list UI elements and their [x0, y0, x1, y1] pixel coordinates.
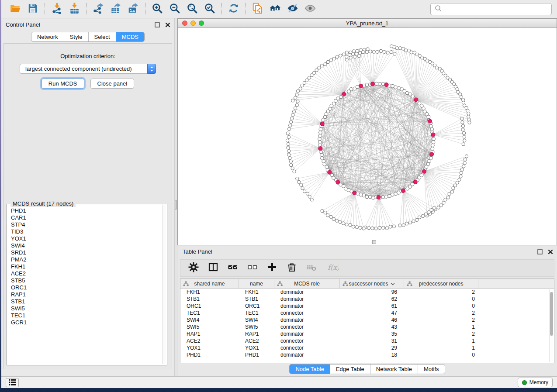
zoom-out-icon: [169, 3, 180, 16]
zoom-in-button[interactable]: [149, 2, 166, 17]
save-session-button[interactable]: [24, 2, 42, 17]
import-network-button[interactable]: [48, 2, 66, 17]
table-row[interactable]: ORC1ORC1dominator610: [180, 303, 554, 309]
zoom-fit-button[interactable]: [183, 2, 201, 17]
column-header-shared-name[interactable]: shared name: [180, 279, 239, 288]
table-row[interactable]: STB1STB1dominator620: [180, 296, 554, 303]
table-row[interactable]: FKH1FKH1dominator962: [180, 289, 554, 296]
tab-edge-table[interactable]: Edge Table: [330, 364, 370, 374]
toolbar-separator: [86, 3, 86, 15]
search-box[interactable]: [430, 3, 552, 15]
show-all-button[interactable]: [301, 2, 319, 17]
column-header-predecessor-nodes[interactable]: predecessor nodes: [404, 279, 478, 288]
mcds-result-item[interactable]: STB5: [11, 277, 162, 284]
search-input[interactable]: [444, 6, 548, 12]
mcds-result-item[interactable]: TID3: [11, 228, 162, 235]
cell-predecessor-nodes: 0: [404, 352, 478, 358]
tab-network[interactable]: Network: [31, 32, 64, 41]
close-window-icon[interactable]: [182, 21, 187, 26]
task-history-button[interactable]: [6, 378, 19, 387]
table-row[interactable]: SWI4SWI4dominator462: [180, 316, 554, 323]
float-panel-icon[interactable]: [154, 21, 160, 28]
table-row[interactable]: PHD1PHD1dominator180: [180, 351, 554, 358]
mcds-result-item[interactable]: TEC1: [11, 312, 162, 319]
mcds-result-item[interactable]: YOX1: [11, 235, 162, 242]
mcds-result-item[interactable]: PMA2: [11, 256, 162, 263]
close-panel-button[interactable]: Close panel: [90, 79, 135, 89]
mcds-result-item[interactable]: STB1: [11, 298, 162, 305]
export-image-button[interactable]: [125, 2, 142, 17]
column-header-successor-nodes[interactable]: successor nodes: [340, 279, 404, 288]
mcds-result-item[interactable]: SRD1: [11, 249, 162, 256]
split-view-button[interactable]: [208, 262, 218, 274]
canvas-resize-handle-icon[interactable]: [372, 240, 376, 244]
mcds-node: [401, 189, 405, 193]
network-titlebar[interactable]: YPA_prune.txt_1: [178, 19, 557, 28]
toolbar-separator: [246, 3, 246, 15]
add-column-button[interactable]: [267, 262, 277, 274]
first-neighbors-button[interactable]: [266, 2, 284, 17]
network-canvas[interactable]: [178, 28, 557, 245]
mcds-result-item[interactable]: GCR1: [11, 319, 162, 326]
mcds-result-list[interactable]: PHD1CAR1STP4TID3YOX1SWI4SRD1PMA2FKH1ACE2…: [8, 205, 162, 364]
tab-network-table[interactable]: Network Table: [370, 364, 418, 374]
select-all-icon: [228, 262, 238, 274]
import-table-button[interactable]: [66, 2, 83, 17]
select-all-button[interactable]: [228, 262, 238, 274]
refresh-button[interactable]: [225, 2, 242, 17]
mcds-result-item[interactable]: ORC1: [11, 284, 162, 291]
mcds-result-item[interactable]: CAR1: [11, 214, 162, 221]
maximize-window-icon[interactable]: [199, 21, 204, 26]
table-row[interactable]: YOX1YOX1connector291: [180, 344, 554, 351]
panel-splitter[interactable]: [174, 18, 177, 376]
tab-motifs[interactable]: Motifs: [418, 364, 445, 374]
deselect-all-button[interactable]: [247, 262, 258, 274]
cell-mcds-role: dominator: [274, 331, 340, 337]
mcds-result-item[interactable]: FKH1: [11, 263, 162, 270]
tab-mcds[interactable]: MCDS: [116, 32, 144, 41]
cell-shared-name: YOX1: [180, 345, 239, 351]
gear-button[interactable]: [188, 262, 199, 274]
table-scrollbar[interactable]: [549, 289, 554, 362]
float-table-panel-icon[interactable]: [536, 248, 543, 255]
minimize-window-icon[interactable]: [190, 21, 196, 26]
tab-style[interactable]: Style: [64, 32, 88, 41]
clone-network-button[interactable]: [249, 2, 266, 17]
list-scrollbar[interactable]: [162, 205, 166, 364]
criterion-dropdown[interactable]: largest connected component (undirected): [20, 64, 156, 74]
close-panel-icon[interactable]: [164, 21, 171, 28]
cell-successor-nodes: 46: [340, 317, 404, 323]
table-row[interactable]: ACE2ACE2connector311: [180, 337, 554, 344]
zoom-selected-button[interactable]: [201, 2, 218, 17]
table-row[interactable]: RAP1RAP1dominator352: [180, 330, 554, 337]
mcds-result-item[interactable]: SWI5: [11, 305, 162, 312]
zoom-out-button[interactable]: [166, 2, 183, 17]
column-header-mcds-role[interactable]: MCDS role: [274, 279, 340, 288]
mcds-node: [328, 170, 332, 174]
mcds-result-item[interactable]: ACE2: [11, 270, 162, 277]
scrollbar-thumb[interactable]: [550, 292, 553, 336]
run-mcds-button[interactable]: Run MCDS: [42, 79, 84, 89]
open-file-button[interactable]: [7, 2, 24, 17]
splitter-handle-icon[interactable]: [175, 200, 177, 210]
export-table-button[interactable]: [107, 2, 125, 17]
table-row[interactable]: SWI5SWI5connector431: [180, 323, 554, 330]
column-label: shared name: [194, 281, 225, 287]
cell-shared-name: TEC1: [180, 310, 239, 316]
mcds-result-item[interactable]: PHD1: [11, 207, 162, 214]
tab-select[interactable]: Select: [88, 32, 116, 41]
hide-selected-button[interactable]: [284, 2, 301, 17]
network-graph-svg[interactable]: [178, 28, 557, 245]
close-table-panel-icon[interactable]: [547, 248, 554, 255]
mcds-result-item[interactable]: SWI4: [11, 242, 162, 249]
tab-node-table[interactable]: Node Table: [290, 364, 330, 374]
export-network-button[interactable]: [90, 2, 107, 17]
mcds-result-item[interactable]: STP4: [11, 221, 162, 228]
memory-button[interactable]: Memory: [518, 378, 553, 387]
table-row[interactable]: TEC1TEC1connector472: [180, 309, 554, 316]
delete-column-button[interactable]: [287, 262, 297, 274]
mcds-node: [384, 83, 388, 87]
mcds-result-item[interactable]: RAP1: [11, 291, 162, 298]
control-panel-tabs: NetworkStyleSelectMCDS: [31, 32, 145, 42]
column-header-name[interactable]: name: [239, 279, 274, 288]
